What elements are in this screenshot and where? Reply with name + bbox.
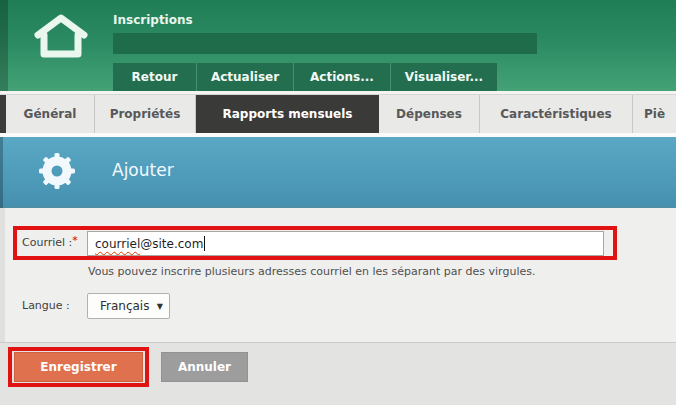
- page-title: Inscriptions: [113, 13, 193, 27]
- email-value-rest: @site.com: [140, 237, 203, 251]
- tab-depenses[interactable]: Dépenses: [379, 95, 480, 133]
- tab-pieces[interactable]: Piè: [633, 95, 676, 133]
- page: Inscriptions Retour Actualiser Actions..…: [0, 0, 676, 405]
- home-icon[interactable]: [30, 9, 92, 63]
- actions-menu-button[interactable]: Actions...: [293, 63, 390, 91]
- visualize-menu-button[interactable]: Visualiser...: [390, 63, 497, 91]
- email-input[interactable]: courriel@site.com: [87, 231, 604, 256]
- tab-bar: Général Propriétés Rapports mensuels Dép…: [0, 95, 676, 133]
- email-help-text: Vous pouvez inscrire plusieurs adresses …: [88, 265, 535, 278]
- language-select[interactable]: Français ▼: [87, 293, 170, 319]
- tab-general[interactable]: Général: [6, 95, 95, 133]
- cancel-button[interactable]: Annuler: [161, 352, 248, 382]
- language-label: Langue :: [22, 299, 70, 312]
- text-caret: [204, 236, 205, 251]
- header-left-strip: [0, 0, 8, 91]
- email-label-text: Courriel :: [22, 236, 72, 249]
- required-marker: *: [72, 234, 78, 247]
- refresh-button[interactable]: Actualiser: [196, 63, 293, 91]
- section-header: [0, 137, 676, 208]
- tab-caracteristiques[interactable]: Caractéristiques: [480, 95, 633, 133]
- chevron-down-icon: ▼: [157, 302, 163, 311]
- email-label: Courriel :*: [22, 236, 78, 249]
- toolbar: Retour Actualiser Actions... Visualiser.…: [113, 63, 497, 91]
- section-left-strip: [0, 137, 3, 208]
- tab-rapports-mensuels[interactable]: Rapports mensuels: [196, 95, 379, 133]
- email-value-misspelled: courriel: [95, 237, 140, 251]
- section-title: Ajouter: [112, 160, 174, 180]
- save-button[interactable]: Enregistrer: [14, 352, 143, 382]
- back-button[interactable]: Retour: [113, 63, 196, 91]
- language-selected-value: Français: [100, 299, 149, 313]
- gear-icon: [38, 152, 76, 190]
- subtitle-bar: [113, 33, 537, 54]
- tab-proprietes[interactable]: Propriétés: [95, 95, 196, 133]
